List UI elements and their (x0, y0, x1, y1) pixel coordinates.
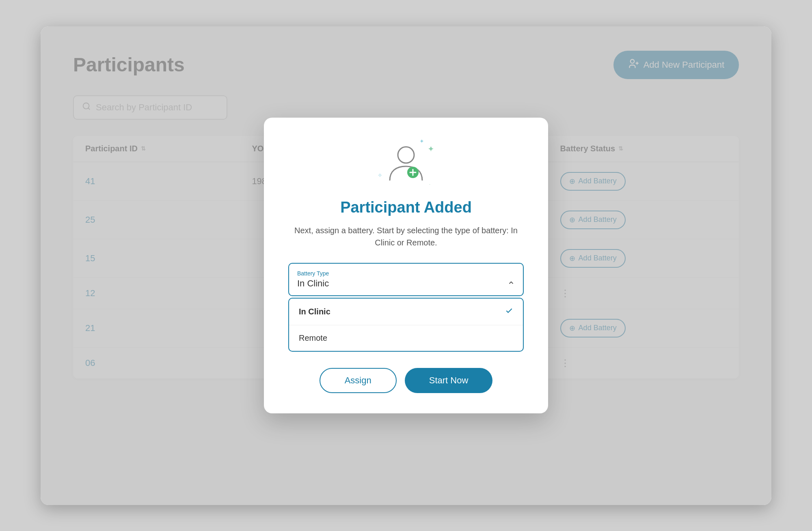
sparkle-icon-2: ✦ (419, 138, 424, 144)
screen-container: Participants Add New Participant (41, 26, 771, 505)
option-label-in-clinic: In Clinic (299, 307, 330, 316)
add-user-svg (384, 142, 428, 187)
dropdown-selected-value: In Clinic (297, 278, 329, 289)
option-label-remote: Remote (299, 333, 327, 343)
assign-button[interactable]: Assign (320, 368, 397, 393)
check-icon (505, 307, 513, 317)
modal-user-icon: ✦ ✦ ✧ · (384, 142, 428, 187)
modal-icon-area: ✦ ✦ ✧ · (288, 142, 524, 187)
dropdown-options-list: In Clinic Remote (288, 298, 524, 352)
dropdown-value-row: In Clinic (297, 278, 515, 289)
participant-added-modal: ✦ ✦ ✧ · (264, 118, 548, 413)
sparkle-icon-4: · (429, 182, 430, 187)
chevron-up-icon (508, 279, 515, 288)
battery-type-dropdown-wrapper: Battery Type In Clinic In Clinic (288, 263, 524, 352)
modal-actions: Assign Start Now (288, 368, 524, 393)
battery-type-dropdown[interactable]: Battery Type In Clinic (288, 263, 524, 296)
sparkle-icon-1: ✦ (428, 144, 434, 154)
dropdown-option-in-clinic[interactable]: In Clinic (289, 299, 523, 325)
modal-title: Participant Added (288, 199, 524, 216)
dropdown-option-remote[interactable]: Remote (289, 325, 523, 351)
sparkle-icon-3: ✧ (378, 172, 382, 178)
modal-overlay: ✦ ✦ ✧ · (41, 26, 771, 505)
svg-point-4 (398, 147, 414, 163)
battery-type-label: Battery Type (297, 270, 329, 277)
modal-subtitle: Next, assign a battery. Start by selecti… (288, 224, 524, 249)
start-now-button[interactable]: Start Now (405, 368, 493, 393)
